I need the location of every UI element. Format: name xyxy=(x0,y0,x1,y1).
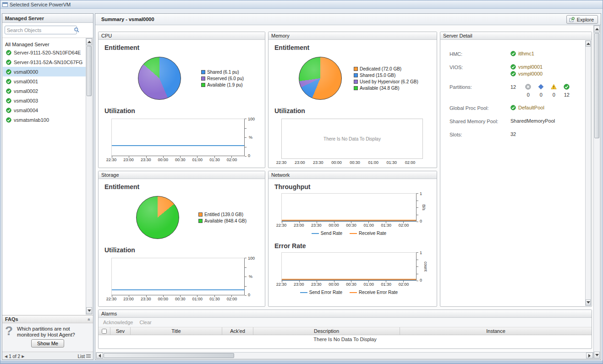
status-ok-icon xyxy=(6,108,11,113)
partition-status-ok-icon xyxy=(564,84,570,91)
scroll-up-button[interactable] xyxy=(594,26,600,33)
server-detail-title: Server Detail xyxy=(440,32,592,40)
y-axis-max-label: 1 xyxy=(420,191,422,196)
search-input[interactable] xyxy=(5,27,74,33)
alarms-toolbar: Acknowledge Clear xyxy=(99,318,592,327)
x-axis-tick-label: 01:30 xyxy=(209,297,220,301)
partition-count: 0 xyxy=(527,92,530,98)
partitions-total: 12 xyxy=(510,84,516,90)
faq-list-link[interactable]: List xyxy=(77,354,85,359)
question-mark-icon: ? xyxy=(5,325,17,338)
list-icon[interactable] xyxy=(86,354,91,358)
chart-series-line xyxy=(282,279,416,280)
acknowledge-button[interactable]: Acknowledge xyxy=(103,320,133,325)
select-all-checkbox[interactable] xyxy=(102,329,107,334)
scroll-right-button[interactable] xyxy=(586,353,593,359)
scroll-up-button[interactable] xyxy=(586,41,591,47)
legend-item: Receive Rate xyxy=(350,231,386,236)
sidebar-panel: Managed Server All Managed Server Server… xyxy=(2,13,93,360)
server-list-item[interactable]: vsmal0000 xyxy=(3,67,86,76)
scroll-left-button[interactable] xyxy=(96,353,103,359)
scroll-down-button[interactable] xyxy=(594,352,600,359)
server-name: vsmal0001 xyxy=(14,79,38,84)
cpu-entitlement-heading: Entitlement xyxy=(104,44,265,51)
sidebar-scrollbar[interactable] xyxy=(86,38,93,315)
scroll-up-button[interactable] xyxy=(86,38,92,45)
server-detail-scrollbar[interactable] xyxy=(585,40,591,306)
show-me-button[interactable]: Show Me xyxy=(31,339,64,348)
legend-label: Shared (15.0 GB) xyxy=(360,73,395,78)
server-list-item[interactable]: vsmatsmlab100 xyxy=(3,115,86,125)
server-list-item[interactable]: vsmal0001 xyxy=(3,76,86,86)
faq-next-icon[interactable]: ▶ xyxy=(22,354,24,359)
server-detail-panel: Server Detail HMC: itlhmc1 VIOS: vsmpl00… xyxy=(440,32,592,307)
column-header-description[interactable]: Description xyxy=(253,327,400,335)
no-data-text: There Is No Data To Display xyxy=(282,119,422,158)
y-axis-tick xyxy=(245,147,247,147)
faq-question: Which partitions are not monitored by Ho… xyxy=(17,325,91,338)
x-axis-tick-label: 00:30 xyxy=(175,297,186,301)
search-row xyxy=(2,23,93,38)
legend-item: Shared (6.1 pu) xyxy=(201,70,244,75)
legend-swatch xyxy=(312,233,319,234)
column-header-acked[interactable]: Ack'ed xyxy=(222,327,253,335)
partitions-label: Partitions: xyxy=(450,84,510,90)
y-axis-tick xyxy=(417,201,418,201)
status-ok-icon xyxy=(6,60,11,65)
faq-footer: ◀ 1 of 2 ▶ List xyxy=(2,352,93,359)
explore-button[interactable]: Explore xyxy=(566,15,598,24)
x-axis-tick-label: 23:30 xyxy=(313,160,323,165)
hmc-label: HMC: xyxy=(450,51,510,57)
faq-prev-icon[interactable]: ◀ xyxy=(5,354,7,359)
scrollbar-thumb[interactable] xyxy=(594,33,599,138)
column-header-title[interactable]: Title xyxy=(131,327,222,335)
hmc-value-link[interactable]: itlhmc1 xyxy=(518,51,534,56)
scrollbar-thumb[interactable] xyxy=(104,353,234,358)
status-ok-icon xyxy=(6,88,11,94)
status-ok-icon xyxy=(510,51,516,56)
server-list-item[interactable]: Server-9131-52A-SN10C67FG xyxy=(3,57,86,67)
x-axis-tick-label: 01:00 xyxy=(363,223,374,228)
partition-status-stopped-icon xyxy=(525,84,531,91)
x-axis-tick-label: 22:30 xyxy=(276,223,287,228)
legend-swatch xyxy=(201,70,205,74)
column-header-sev[interactable]: Sev xyxy=(110,327,131,335)
vios-value-link[interactable]: vsmpl0000 xyxy=(518,71,543,76)
column-header-instance[interactable]: Instance xyxy=(400,327,592,335)
legend-label: Send Rate xyxy=(321,231,342,236)
main-vertical-scrollbar[interactable] xyxy=(593,25,600,359)
main-horizontal-scrollbar[interactable] xyxy=(96,352,593,359)
legend-label: Available (848.4 GB) xyxy=(204,218,247,223)
storage-entitlement-heading: Entitlement xyxy=(104,183,265,190)
server-list-item[interactable]: vsmal0003 xyxy=(3,96,86,105)
search-icon[interactable] xyxy=(74,27,80,33)
x-axis-labels: 22:3023:0023:3000:0000:3001:0001:3002:00 xyxy=(281,222,417,227)
x-axis-tick-label: 23:00 xyxy=(123,297,134,301)
global-proc-pool-value-link[interactable]: DefaultPool xyxy=(518,105,544,110)
server-list-item[interactable]: Server-9111-520-SN10FD64E xyxy=(3,48,86,57)
legend-swatch xyxy=(354,80,358,84)
legend-swatch xyxy=(198,212,203,217)
legend-label: Available (1.9 pu) xyxy=(207,82,243,87)
scrollbar-thumb[interactable] xyxy=(87,46,92,96)
scroll-down-button[interactable] xyxy=(586,299,591,305)
server-list-item[interactable]: vsmal0004 xyxy=(3,105,86,115)
server-name: Server-9111-520-SN10FD64E xyxy=(14,50,81,55)
memory-entitlement-heading: Entitlement xyxy=(274,44,437,51)
memory-panel: Memory Entitlement Dedicated (72.0 GB)Sh… xyxy=(268,32,437,168)
y-axis-unit-label: B/s xyxy=(422,204,426,210)
x-axis-labels: 22:3023:0023:3000:0000:3001:0001:3002:00 xyxy=(111,156,245,162)
legend-label: Receive Rate xyxy=(359,231,386,236)
clear-button[interactable]: Clear xyxy=(139,320,151,325)
status-ok-icon xyxy=(510,105,516,110)
vios-value-link[interactable]: vsmpl0001 xyxy=(518,64,543,70)
x-axis-labels: 22:3023:0023:3000:0000:3001:0001:3002:00 xyxy=(281,281,417,286)
chart-legend: Send RateReceive Rate xyxy=(281,231,417,236)
sidebar-title: Managed Server xyxy=(2,14,93,23)
collapse-icon[interactable]: » xyxy=(86,318,93,321)
scroll-down-button[interactable] xyxy=(86,307,92,314)
x-axis-tick-label: 23:30 xyxy=(311,282,322,287)
x-axis-tick-label: 23:00 xyxy=(294,282,304,287)
legend-item: Available (848.4 GB) xyxy=(198,218,247,223)
server-list-item[interactable]: vsmal0002 xyxy=(3,86,86,96)
